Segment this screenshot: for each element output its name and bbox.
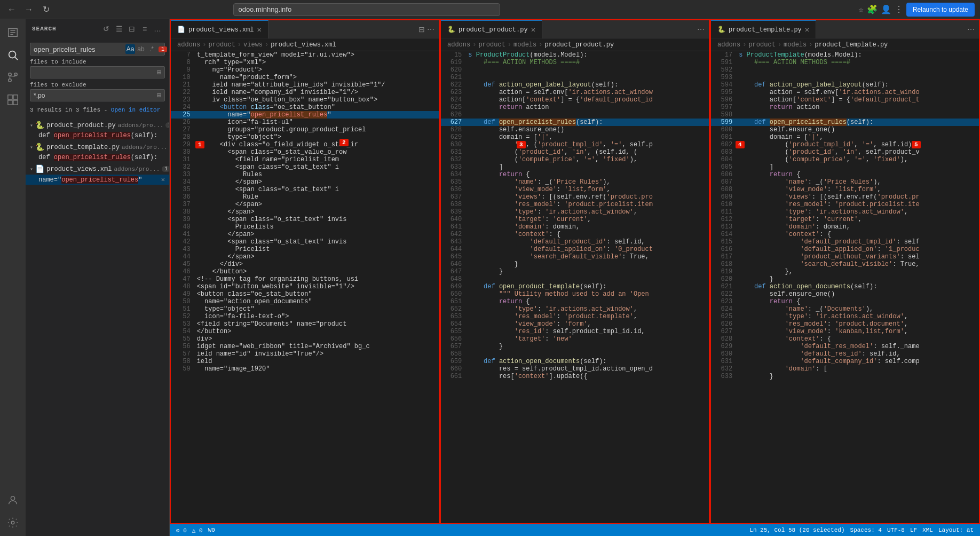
code-line: 631 ('product_id', 'in', (self.id, ( [441,148,709,156]
code-editor-2[interactable]: 15s ProductProduct(models.Model): 619 #=… [441,51,709,523]
code-line: 28 type="object"> [171,133,439,141]
status-line-col[interactable]: Ln 25, Col 58 (20 selected) [749,527,844,533]
code-line-hl3: 599 def open_pricelist_rules(self): [711,119,979,126]
code-line: 45 </div> [171,261,439,268]
code-line: 628 self.ensure_one() [441,126,709,133]
status-language[interactable]: XML [922,527,933,533]
refresh-results-btn[interactable]: ↺ [101,23,112,34]
tab-close-xml[interactable]: ✕ [257,25,261,34]
code-line: 642 'context': { [441,231,709,238]
sidebar-header-icons: ↺ ☰ ⊟ ≡ … [101,23,163,34]
code-line: 608 'view_mode': 'list,form', [711,186,979,193]
search-activity-icon[interactable] [4,46,22,64]
code-line: 624 action['context'] = {'default_produc… [441,96,709,104]
relaunch-button[interactable]: Relaunch to update [906,3,975,17]
search-section: Aa ab .* 1 files to include ⊞ files to e… [26,38,169,120]
match-close-icon[interactable]: ✕ [161,176,165,184]
code-line: 52 icon="fa-file-text-o"> [171,313,439,320]
result-file-header-product-product[interactable]: ▾ 🐍 product_product.py addons/pro... 1 [26,120,169,131]
explorer-icon[interactable] [4,23,22,42]
editor-column-1: 📄 product_views.xml ✕ ⊟ ⋯ addons › [170,19,440,524]
source-control-icon[interactable] [4,68,22,86]
tab-icon-xml: 📄 [177,26,185,34]
status-errors[interactable]: ⊘ 0 [176,527,187,534]
collapse-all-btn[interactable]: ⊟ [127,23,137,34]
code-line: 639 'type': 'ir.actions.act_window', [441,208,709,216]
files-to-exclude-label: files to exclude [30,82,165,88]
status-line-ending[interactable]: LF [910,527,917,533]
match-case-btn[interactable]: Aa [125,44,135,54]
status-spaces[interactable]: Spaces: 4 [850,527,882,533]
files-include-icon[interactable]: ⊞ [157,68,161,77]
code-editor-3[interactable]: 17s ProductTemplate(models.Model): 591 #… [711,51,979,523]
code-line: 603 ('product_id', 'in', self.product_v [711,148,979,156]
tab-close-py3[interactable]: ✕ [805,25,809,34]
py-file-icon: 🐍 [35,121,44,130]
more-tab-btn[interactable]: ⋯ [427,25,434,34]
refresh-button[interactable]: ↻ [39,3,52,16]
back-button[interactable]: ← [5,3,18,16]
code-line: 23 iv class="oe_button_box" name="button… [171,96,439,104]
more-actions-btn[interactable]: … [152,23,163,34]
files-exclude-row: ⊞ [30,89,165,101]
result-match-product-template[interactable]: def open_pricelist_rules(self): [26,153,169,162]
clear-results-btn[interactable]: ☰ [114,23,124,34]
activity-bar [0,19,26,536]
extensions-icon[interactable] [4,91,22,109]
tab-product-views[interactable]: 📄 product_views.xml ✕ [171,20,268,39]
result-file-header-product-views[interactable]: ▾ 📄 product_views.xml addons/pro... 1 [26,163,169,175]
code-line: 623 return { [711,298,979,305]
code-line: 653 'res_model': 'product.template', [441,313,709,320]
code-line: 628 'context': { [711,335,979,343]
tab-product-product[interactable]: 🐍 product_product.py ✕ [441,20,542,39]
tab-close-py[interactable]: ✕ [531,25,535,34]
whole-word-btn[interactable]: ab [136,44,146,54]
sidebar: SEARCH ↺ ☰ ⊟ ≡ … Aa ab .* [26,19,170,536]
code-line: 650 """ Utility method used to add an 'O… [441,290,709,298]
match-text-product-product: def open_pricelist_rules(self): [38,132,165,139]
search-input[interactable] [34,45,123,53]
status-warnings[interactable]: △ 0 [192,527,203,534]
status-branch[interactable]: W0 [208,527,215,533]
files-exclude-icon[interactable]: ⊞ [157,91,161,100]
code-editor-1[interactable]: 7t_template_form_view" model="ir.ui.view… [171,51,439,523]
settings-icon[interactable] [4,514,22,532]
files-exclude-input[interactable] [34,92,157,99]
more-tab-btn-3[interactable]: ⋯ [967,25,975,34]
code-line: 619 #=== ACTION METHODS ====# [441,59,709,66]
split-editor-btn[interactable]: ⊟ [418,25,425,34]
files-include-input[interactable] [34,69,157,76]
code-lines-3: 17s ProductTemplate(models.Model): 591 #… [711,51,979,380]
status-encoding[interactable]: UTF-8 [887,527,905,533]
more-tab-btn-2[interactable]: ⋯ [697,25,705,34]
marker-4: 4 [736,141,745,148]
match-text-product-views: name="open_pricelist_rules" [38,176,159,184]
open-in-editor-link[interactable]: Open in editor [111,107,160,113]
py-file-icon2: 🐍 [35,143,44,152]
code-line: 632 ('compute_price', '=', 'fixed'), [441,156,709,163]
code-line: 660 res = self.product_tmpl_id.action_op… [441,365,709,373]
account-icon[interactable] [4,491,22,509]
code-line: 30 <span class="o_stat_value_o_row [171,148,439,156]
view-as-tree-btn[interactable]: ≡ [139,23,150,34]
svg-point-10 [11,521,14,524]
status-bar: ⊘ 0 △ 0 W0 Ln 25, Col 58 (20 selected) S… [170,524,980,536]
code-line: 32 <span class="o_stat_text" i [171,163,439,171]
code-line: 57ield name="id" invisible="True"/> [171,350,439,358]
result-group-product-views: ▾ 📄 product_views.xml addons/pro... 1 na… [26,163,169,185]
code-line: 614 'context': { [711,231,979,238]
result-file-header-product-template[interactable]: ▾ 🐍 product_template.py addons/pro... 1 [26,141,169,153]
status-layout[interactable]: Layout: at [938,527,974,533]
svg-rect-7 [8,100,12,105]
code-line: 626 [441,111,709,119]
forward-button[interactable]: → [22,3,35,16]
url-bar[interactable] [233,3,500,16]
editor-column-3: 🐍 product_template.py ✕ ⋯ addons › produ… [710,19,980,524]
tab-product-template[interactable]: 🐍 product_template.py ✕ [711,20,816,39]
result-match-product-product[interactable]: def open_pricelist_rules(self): [26,131,169,140]
extension-icon: 🧩 [867,4,878,15]
collapse-icon: ▾ [30,122,33,129]
code-line: 634 return { [441,171,709,178]
regex-btn[interactable]: .* [147,44,156,54]
result-match-product-views[interactable]: name="open_pricelist_rules" ✕ [26,175,169,185]
